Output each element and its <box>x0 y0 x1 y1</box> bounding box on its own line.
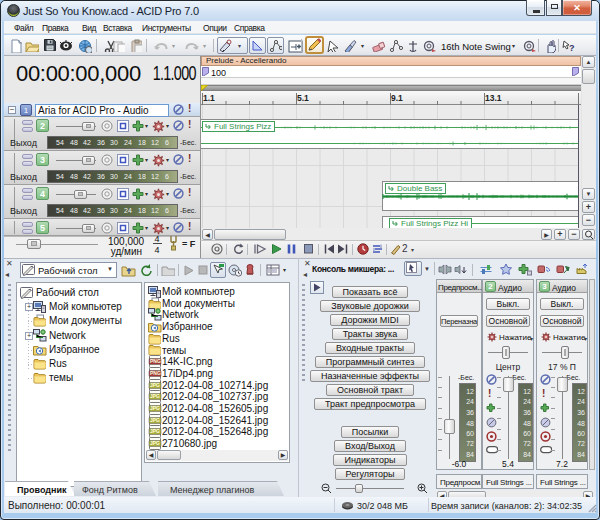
svg-text:PNG: PNG <box>150 370 161 376</box>
svg-text:!: ! <box>542 388 545 399</box>
svg-text:JPG: JPG <box>150 393 160 399</box>
svg-text:PNG: PNG <box>150 358 161 364</box>
svg-text:!: ! <box>488 388 491 399</box>
svg-text:JPG: JPG <box>150 382 160 388</box>
svg-text:JPG: JPG <box>150 440 160 446</box>
svg-text:?: ? <box>569 43 575 53</box>
svg-text:JPG: JPG <box>150 417 160 423</box>
svg-text:JPG: JPG <box>150 405 160 411</box>
svg-text:JPG: JPG <box>150 428 160 434</box>
